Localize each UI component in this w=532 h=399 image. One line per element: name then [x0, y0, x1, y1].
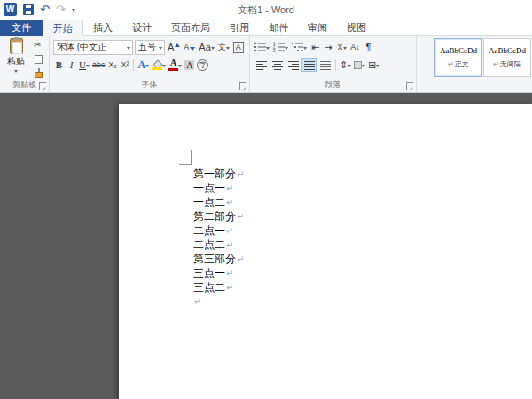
font-name-select[interactable]: 宋体 (中文正 [53, 40, 133, 55]
shrink-font-button[interactable]: A [183, 39, 196, 55]
justify-icon [304, 60, 315, 70]
character-border-glyph: A [233, 42, 244, 53]
chevron-down-icon [285, 47, 288, 51]
style-no-spacing[interactable]: AaBbCcDd ↵无间隔 [483, 38, 531, 77]
bullets-button[interactable] [254, 39, 270, 55]
underline-button[interactable]: U [78, 57, 90, 73]
borders-button[interactable]: ⊞ [367, 57, 380, 73]
subscript-button[interactable]: X₂ [106, 57, 118, 73]
paragraph-row-2: ⇕ ⊞ [254, 57, 380, 73]
doc-line[interactable]: 三点二↵ [193, 280, 244, 294]
tab-mailings[interactable]: 邮件 [259, 20, 298, 35]
doc-line[interactable]: 第二部分↵ [193, 209, 244, 223]
character-shading-button[interactable]: A [184, 57, 195, 73]
tab-page-layout[interactable]: 页面布局 [161, 20, 220, 35]
multilevel-list-button[interactable] [291, 39, 308, 55]
distribute-icon [320, 60, 331, 70]
font-size-select[interactable]: 五号 [135, 40, 165, 55]
paste-label: 粘贴 [7, 55, 25, 67]
change-case-button[interactable]: Aa [198, 39, 215, 55]
multilevel-list-icon [292, 42, 303, 52]
line-spacing-button[interactable]: ⇕ [339, 57, 352, 73]
font-color-button[interactable]: A [168, 57, 183, 73]
line-spacing-icon: ⇕ [340, 59, 348, 71]
justify-button[interactable] [301, 58, 317, 72]
ribbon: 粘贴 ✂ 剪贴板 宋体 (中文正 五号 A A Aa 文 A [0, 36, 532, 93]
word-window: W ↶ ↷ 文档1 - Word 文件 开始 插入 设计 页面布局 引用 邮件 … [0, 0, 532, 399]
highlighter-icon [152, 60, 162, 70]
doc-line-text: 三点一 [193, 267, 225, 279]
italic-button[interactable]: I [66, 57, 77, 73]
doc-line-text: 第三部分 [193, 253, 236, 265]
font-group-label: 字体 [50, 79, 249, 90]
grow-font-button[interactable]: A [167, 39, 181, 55]
arrow-down-icon [190, 47, 195, 53]
bold-button[interactable]: B [53, 57, 65, 73]
chevron-down-icon [226, 47, 230, 51]
svg-text:3: 3 [273, 49, 276, 52]
paste-button[interactable]: 粘贴 [3, 38, 29, 73]
font-row-1: 宋体 (中文正 五号 A A Aa 文 A [53, 39, 245, 55]
decrease-indent-button[interactable]: ⇤ [309, 39, 321, 55]
chevron-down-icon [303, 47, 307, 51]
page[interactable]: 第一部分↵ 一点一↵ 一点二↵ 第二部分↵ 二点一↵ 二点二↵ 第三部分↵ 三点… [119, 104, 532, 399]
paragraph-mark-icon: ↵ [226, 198, 233, 207]
shading-icon [354, 61, 362, 69]
tab-home[interactable]: 开始 [43, 20, 83, 36]
chevron-down-icon [127, 47, 130, 51]
distribute-button[interactable] [317, 58, 332, 72]
font-dialog-launcher[interactable] [239, 82, 246, 90]
doc-line[interactable]: 第三部分↵ [193, 252, 244, 266]
align-left-icon [256, 60, 267, 70]
character-border-button[interactable]: A [232, 39, 245, 55]
paragraph-group-label: 段落 [250, 79, 416, 90]
increase-indent-button[interactable]: ⇥ [323, 39, 334, 55]
tab-references[interactable]: 引用 [220, 20, 259, 35]
format-painter-icon[interactable] [35, 72, 43, 78]
text-effects-button[interactable]: A [137, 57, 150, 73]
tab-view[interactable]: 视图 [337, 20, 376, 35]
clipboard-dialog-launcher[interactable] [39, 82, 46, 90]
copy-icon[interactable] [35, 55, 43, 64]
tab-review[interactable]: 审阅 [298, 20, 337, 35]
paragraph-dialog-launcher[interactable] [406, 82, 413, 90]
cut-icon[interactable]: ✂ [34, 40, 41, 50]
highlight-color-button[interactable] [151, 57, 167, 73]
doc-line-empty[interactable]: ↵ [193, 294, 244, 309]
doc-line[interactable]: 二点一↵ [193, 223, 244, 238]
numbering-button[interactable]: 123 [272, 39, 289, 55]
strikethrough-button[interactable]: abc [91, 57, 106, 73]
tab-file[interactable]: 文件 [0, 20, 43, 36]
doc-line[interactable]: 一点二↵ [193, 195, 244, 209]
phonetic-guide-button[interactable]: 文 [217, 39, 231, 55]
chevron-down-icon [343, 47, 347, 51]
doc-line[interactable]: 一点一↵ [193, 181, 244, 195]
enclose-characters-glyph: 字 [197, 59, 208, 71]
align-center-button[interactable] [270, 58, 285, 72]
paragraph-mark-icon: ↵ [448, 60, 454, 68]
asian-layout-button[interactable]: X [336, 39, 348, 55]
group-paragraph: 123 ⇤ ⇥ X A↓ ¶ ⇕ ⊞ [250, 36, 417, 92]
paragraph-mark-icon: ↵ [226, 240, 233, 250]
doc-line[interactable]: 三点一↵ [193, 266, 244, 280]
superscript-button[interactable]: X² [119, 57, 130, 73]
document-text[interactable]: 第一部分↵ 一点一↵ 一点二↵ 第二部分↵ 二点一↵ 二点二↵ 第三部分↵ 三点… [193, 167, 244, 309]
style-sample: AaBbCcDd [435, 46, 481, 55]
tab-design[interactable]: 设计 [122, 20, 161, 35]
enclose-characters-button[interactable]: 字 [196, 57, 209, 73]
align-left-button[interactable] [254, 58, 269, 72]
group-styles: AaBbCcDd ↵正文 AaBbCcDd ↵无间隔 [417, 36, 532, 92]
document-canvas: 第一部分↵ 一点一↵ 一点二↵ 第二部分↵ 二点一↵ 二点二↵ 第三部分↵ 三点… [0, 93, 532, 399]
doc-line-text: 第一部分 [193, 168, 236, 180]
tab-insert[interactable]: 插入 [83, 20, 122, 35]
chevron-down-icon [348, 65, 351, 69]
shrink-font-letter: A [184, 43, 189, 51]
doc-line[interactable]: 第一部分↵ [193, 167, 244, 181]
show-formatting-marks-button[interactable]: ¶ [363, 39, 374, 55]
sort-button[interactable]: A↓ [349, 39, 361, 55]
style-name: 正文 [455, 59, 469, 69]
shading-button[interactable] [353, 57, 366, 73]
style-normal[interactable]: AaBbCcDd ↵正文 [434, 38, 482, 77]
align-right-button[interactable] [286, 58, 301, 72]
doc-line[interactable]: 二点二↵ [193, 238, 244, 252]
